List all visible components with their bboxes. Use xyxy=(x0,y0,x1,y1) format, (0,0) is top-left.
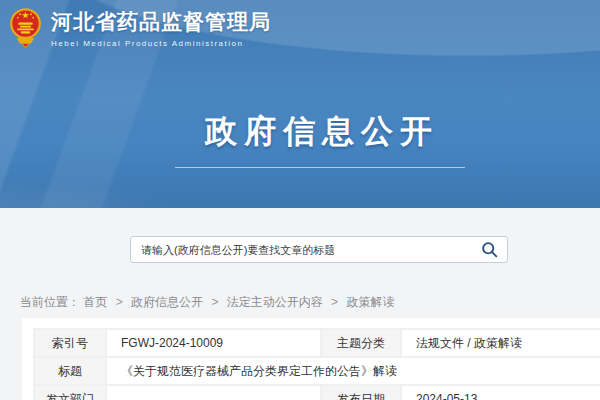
field-value-issuing-department xyxy=(106,385,321,400)
field-label-title: 标题 xyxy=(34,357,106,385)
table-row-title: 标题 《关于规范医疗器械产品分类界定工作的公告》解读 xyxy=(34,357,600,385)
breadcrumb: 当前位置： 首页 > 政府信息公开 > 法定主动公开内容 > 政策解读 xyxy=(20,294,394,311)
breadcrumb-item-policy-interpretation[interactable]: 政策解读 xyxy=(346,295,394,309)
page: 河北省药品监督管理局 Hebei Medical Products Admini… xyxy=(0,0,600,400)
field-value-index-number: FGWJ-2024-10009 xyxy=(106,329,321,357)
agency-title-block: 河北省药品监督管理局 Hebei Medical Products Admini… xyxy=(51,8,271,48)
breadcrumb-prefix: 当前位置： xyxy=(20,295,80,309)
search-icon xyxy=(481,241,498,258)
field-value-title: 《关于规范医疗器械产品分类界定工作的公告》解读 xyxy=(106,357,600,385)
field-label-publish-date: 发布日期 xyxy=(321,385,401,400)
search-box xyxy=(130,236,508,263)
field-value-publish-date: 2024-05-13 xyxy=(401,385,600,400)
field-label-index-number: 索引号 xyxy=(34,329,106,357)
document-card: 索引号 FGWJ-2024-10009 主题分类 法规文件 / 政策解读 标题 … xyxy=(22,318,600,400)
field-label-issuing-department: 发文部门 xyxy=(34,385,106,400)
breadcrumb-separator: > xyxy=(211,295,218,309)
breadcrumb-separator: > xyxy=(116,295,123,309)
breadcrumb-item-home[interactable]: 首页 xyxy=(83,295,107,309)
breadcrumb-separator: > xyxy=(331,295,338,309)
page-title: 政府信息公开 xyxy=(0,110,600,154)
national-emblem-icon xyxy=(9,7,42,49)
search-input[interactable] xyxy=(131,237,471,262)
table-row-index: 索引号 FGWJ-2024-10009 主题分类 法规文件 / 政策解读 xyxy=(34,329,600,357)
banner-underline xyxy=(175,167,465,168)
search-button[interactable] xyxy=(471,237,507,262)
agency-name-en: Hebei Medical Products Administration xyxy=(51,39,271,48)
breadcrumb-item-statutory-disclosure[interactable]: 法定主动公开内容 xyxy=(227,295,323,309)
table-row-department: 发文部门 发布日期 2024-05-13 xyxy=(34,385,600,400)
field-value-subject-category: 法规文件 / 政策解读 xyxy=(401,329,600,357)
site-header: 河北省药品监督管理局 Hebei Medical Products Admini… xyxy=(9,7,271,49)
breadcrumb-item-gov-info[interactable]: 政府信息公开 xyxy=(131,295,203,309)
agency-name: 河北省药品监督管理局 xyxy=(51,8,271,36)
document-meta-table: 索引号 FGWJ-2024-10009 主题分类 法规文件 / 政策解读 标题 … xyxy=(33,328,600,400)
field-label-subject-category: 主题分类 xyxy=(321,329,401,357)
site-banner: 河北省药品监督管理局 Hebei Medical Products Admini… xyxy=(0,0,600,208)
